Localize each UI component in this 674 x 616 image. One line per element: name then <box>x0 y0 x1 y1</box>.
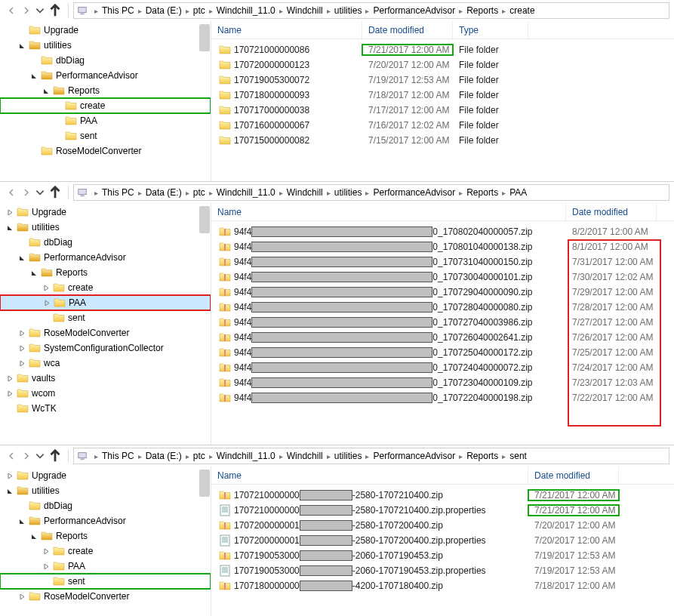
chevron-right-icon[interactable]: ▸ <box>323 7 334 15</box>
expander-icon[interactable] <box>29 533 39 540</box>
forward-button[interactable] <box>20 186 33 199</box>
forward-button[interactable] <box>20 449 33 463</box>
tree-node-performanceadvisor[interactable]: PerformanceAdvisor <box>0 513 211 528</box>
tree-node-upgrade[interactable]: Upgrade <box>0 23 211 38</box>
tree-node-dbdiag[interactable]: dbDiag <box>0 53 211 68</box>
list-row[interactable]: 1707210000000-2580-1707210400.zip.proper… <box>211 503 674 518</box>
up-button[interactable] <box>47 184 63 201</box>
breadcrumb-segment[interactable]: This PC <box>102 187 134 198</box>
tree-node-paa[interactable]: PAA <box>0 113 211 128</box>
breadcrumb-segment[interactable]: Data (E:) <box>146 451 182 461</box>
tree-node-wcom[interactable]: wcom <box>0 386 211 401</box>
expander-icon[interactable] <box>5 488 15 494</box>
expander-icon[interactable] <box>41 563 51 570</box>
tree-node-rosemodelconverter[interactable]: RoseModelConverter <box>0 325 211 340</box>
tree-node-reports[interactable]: Reports <box>0 265 211 280</box>
chevron-right-icon[interactable]: ▸ <box>323 452 334 460</box>
list-row[interactable]: 94f40_170802040000057.zip 8/2/2017 12:00… <box>211 224 674 239</box>
expander-icon[interactable] <box>5 375 15 382</box>
tree-node-wctk[interactable]: WcTK <box>0 401 211 416</box>
list-row[interactable]: 1707210000000-2580-1707210400.zip 7/21/2… <box>211 488 674 503</box>
list-row[interactable]: 170719005300072 7/19/2017 12:53 AM File … <box>211 72 674 88</box>
navigation-tree[interactable]: Upgrade utilities dbDiag PerformanceAdvi… <box>0 467 211 616</box>
breadcrumb-segment[interactable]: Windchill_11.0 <box>217 451 275 461</box>
breadcrumb-segment[interactable]: Windchill_11.0 <box>217 5 275 16</box>
tree-node-upgrade[interactable]: Upgrade <box>0 468 211 483</box>
list-row[interactable]: 170718000000093 7/18/2017 12:00 AM File … <box>211 88 674 103</box>
chevron-right-icon[interactable]: ▸ <box>91 7 102 15</box>
navigation-tree[interactable]: Upgrade utilities dbDiag PerformanceAdvi… <box>0 203 211 445</box>
breadcrumb-segment[interactable]: Reports <box>466 451 498 461</box>
tree-node-wca[interactable]: wca <box>0 356 211 371</box>
chevron-right-icon[interactable]: ▸ <box>91 189 102 197</box>
tree-node-performanceadvisor[interactable]: PerformanceAdvisor <box>0 250 211 265</box>
tree-node-reports[interactable]: Reports <box>0 528 211 544</box>
expander-icon[interactable] <box>5 224 15 231</box>
tree-node-utilities[interactable]: utilities <box>0 483 211 498</box>
list-row[interactable]: 1707200000001-2580-1707200400.zip.proper… <box>211 533 674 548</box>
chevron-right-icon[interactable]: ▸ <box>182 452 193 460</box>
breadcrumb-segment[interactable]: utilities <box>334 5 362 16</box>
chevron-right-icon[interactable]: ▸ <box>323 189 334 197</box>
tree-node-rosemodelconverter[interactable]: RoseModelConverter <box>0 589 211 604</box>
chevron-right-icon[interactable]: ▸ <box>205 452 217 460</box>
chevron-right-icon[interactable]: ▸ <box>455 7 466 15</box>
breadcrumb-segment[interactable]: utilities <box>334 451 362 461</box>
breadcrumb-segment[interactable]: PerformanceAdvisor <box>373 5 455 16</box>
list-row[interactable]: 170720000000123 7/20/2017 12:00 AM File … <box>211 57 674 72</box>
tree-node-systemconfigurationcollector[interactable]: SystemConfigurationCollector <box>0 340 211 356</box>
expander-icon[interactable] <box>41 548 51 555</box>
tree-node-sent[interactable]: sent <box>0 128 211 143</box>
tree-node-rosemodelconverter[interactable]: RoseModelConverter <box>0 143 211 159</box>
scrollbar[interactable] <box>199 205 210 443</box>
breadcrumb-segment[interactable]: Windchill_11.0 <box>217 187 275 198</box>
list-row[interactable]: 1707180000000-4200-1707180400.zip 7/18/2… <box>211 578 674 593</box>
breadcrumb-segment[interactable]: PerformanceAdvisor <box>373 451 455 461</box>
up-button[interactable] <box>47 448 63 464</box>
chevron-right-icon[interactable]: ▸ <box>275 452 287 460</box>
tree-node-dbdiag[interactable]: dbDiag <box>0 235 211 250</box>
list-row[interactable]: 170721000000086 7/21/2017 12:00 AM File … <box>211 42 674 57</box>
expander-icon[interactable] <box>41 88 51 94</box>
chevron-right-icon[interactable]: ▸ <box>455 189 466 197</box>
tree-node-sent[interactable]: sent <box>0 310 211 325</box>
chevron-right-icon[interactable]: ▸ <box>275 189 287 197</box>
list-row[interactable]: 170716000000067 7/16/2017 12:02 AM File … <box>211 118 674 133</box>
chevron-right-icon[interactable]: ▸ <box>455 452 466 460</box>
history-dropdown[interactable] <box>35 451 45 461</box>
column-header-date-modified[interactable]: Date modified <box>566 203 657 220</box>
navigation-tree[interactable]: Upgrade utilities dbDiag PerformanceAdvi… <box>0 21 211 181</box>
list-row[interactable]: 1707190053000-2060-1707190453.zip.proper… <box>211 563 674 578</box>
chevron-right-icon[interactable]: ▸ <box>498 189 509 197</box>
history-dropdown[interactable] <box>35 187 45 198</box>
chevron-right-icon[interactable]: ▸ <box>205 7 217 15</box>
chevron-right-icon[interactable]: ▸ <box>362 189 373 197</box>
expander-icon[interactable] <box>29 72 39 79</box>
address-bar[interactable]: ▸This PC▸Data (E:)▸ptc▸Windchill_11.0▸Wi… <box>73 448 669 464</box>
chevron-right-icon[interactable]: ▸ <box>182 189 193 197</box>
list-row[interactable]: 1707200000001-2580-1707200400.zip 7/20/2… <box>211 518 674 533</box>
tree-node-create[interactable]: create <box>0 98 211 113</box>
tree-node-paa[interactable]: PAA <box>0 559 211 574</box>
chevron-right-icon[interactable]: ▸ <box>134 189 146 197</box>
chevron-right-icon[interactable]: ▸ <box>498 7 509 15</box>
expander-icon[interactable] <box>17 42 27 49</box>
scrollbar[interactable] <box>199 23 210 180</box>
list-row[interactable]: 170715000000082 7/15/2017 12:00 AM File … <box>211 133 674 148</box>
address-bar[interactable]: ▸This PC▸Data (E:)▸ptc▸Windchill_11.0▸Wi… <box>73 2 669 19</box>
tree-node-paa[interactable]: PAA <box>0 295 211 310</box>
expander-icon[interactable] <box>17 330 27 337</box>
breadcrumb-segment[interactable]: create <box>509 5 534 16</box>
expander-icon[interactable] <box>17 254 27 261</box>
breadcrumb-segment[interactable]: ptc <box>193 187 205 198</box>
column-header-name[interactable]: Name <box>211 467 528 484</box>
tree-node-sent[interactable]: sent <box>0 574 211 589</box>
breadcrumb-segment[interactable]: This PC <box>102 451 134 461</box>
column-header-type[interactable]: Type <box>453 21 528 38</box>
expander-icon[interactable] <box>29 270 39 276</box>
chevron-right-icon[interactable]: ▸ <box>182 7 193 15</box>
expander-icon[interactable] <box>17 345 27 352</box>
expander-icon[interactable] <box>5 390 15 397</box>
chevron-right-icon[interactable]: ▸ <box>362 452 373 460</box>
breadcrumb-segment[interactable]: Data (E:) <box>146 5 182 16</box>
